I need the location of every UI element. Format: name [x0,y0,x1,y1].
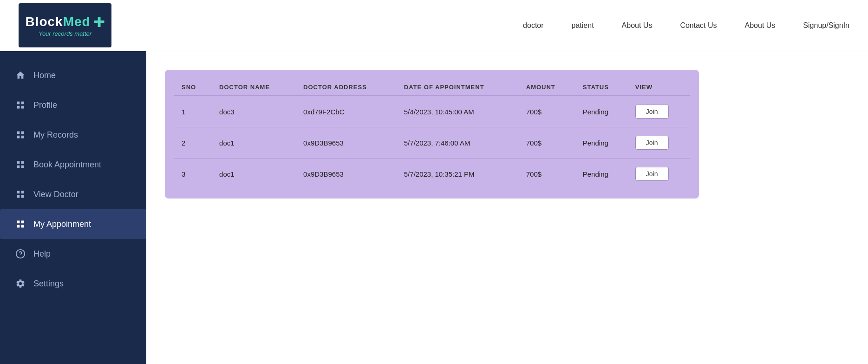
nav-doctor[interactable]: doctor [523,21,543,30]
cell-amount: 700$ [519,127,575,159]
table-row: 2doc10x9D3B96535/7/2023, 7:46:00 AM700$P… [174,127,690,159]
cell-doctor-address: 0xd79F2CbC [296,96,397,127]
sidebar-item-profile[interactable]: Profile [0,90,146,120]
nav-contact-us[interactable]: Contact Us [680,21,717,30]
sidebar-label-home: Home [33,71,56,80]
cell-status: Pending [575,159,628,190]
nav-about-us-2[interactable]: About Us [745,21,776,30]
sidebar: Home Profile My Records Book Appointment [0,51,146,364]
join-button-3[interactable]: Join [635,167,669,181]
logo-subtitle: Your records matter [39,30,91,37]
sidebar-item-my-records[interactable]: My Records [0,120,146,150]
logo-icon: ✚ [93,14,105,30]
join-button-1[interactable]: Join [635,105,669,119]
logo-title: BlockMed [25,14,90,29]
table-row: 1doc30xd79F2CbC5/4/2023, 10:45:00 AM700$… [174,96,690,127]
col-doctor-address: DOCTOR ADDRESS [296,79,397,96]
cell-sno: 2 [174,127,212,159]
appointments-table: SNO DOCTOR NAME DOCTOR ADDRESS DATE OF A… [174,79,690,189]
cell-status: Pending [575,127,628,159]
sidebar-label-view-doctor: View Doctor [33,190,78,199]
cell-amount: 700$ [519,96,575,127]
cell-sno: 1 [174,96,212,127]
cell-doctor-address: 0x9D3B9653 [296,159,397,190]
col-status: STATUS [575,79,628,96]
nav-signup-signin[interactable]: Signup/SignIn [803,21,849,30]
table-header-row: SNO DOCTOR NAME DOCTOR ADDRESS DATE OF A… [174,79,690,96]
help-icon [15,248,26,259]
cell-join: Join [628,96,690,127]
cell-amount: 700$ [519,159,575,190]
sidebar-label-settings: Settings [33,279,64,289]
home-icon [15,70,26,81]
profile-icon [15,99,26,111]
my-appointment-icon [15,218,26,230]
cell-status: Pending [575,96,628,127]
table-row: 3doc10x9D3B96535/7/2023, 10:35:21 PM700$… [174,159,690,190]
sidebar-item-view-doctor[interactable]: View Doctor [0,179,146,209]
my-records-icon [15,129,26,140]
main-layout: Home Profile My Records Book Appointment [0,51,868,364]
sidebar-label-my-appointment: My Appoinment [33,219,91,229]
cell-doctor-name: doc3 [212,96,296,127]
sidebar-item-settings[interactable]: Settings [0,269,146,298]
cell-join: Join [628,159,690,190]
sidebar-label-my-records: My Records [33,130,78,140]
sidebar-item-help[interactable]: Help [0,239,146,269]
nav-patient[interactable]: patient [572,21,594,30]
main-nav: doctor patient About Us Contact Us About… [523,21,849,30]
col-date: DATE OF APPOINTMENT [397,79,519,96]
sidebar-item-book-appointment[interactable]: Book Appointment [0,150,146,179]
sidebar-item-home[interactable]: Home [0,60,146,90]
logo: BlockMed ✚ Your records matter [19,3,111,47]
sidebar-label-profile: Profile [33,100,57,110]
sidebar-item-my-appointment[interactable]: My Appoinment [0,209,146,239]
cell-doctor-name: doc1 [212,159,296,190]
view-doctor-icon [15,189,26,200]
cell-join: Join [628,127,690,159]
book-appointment-icon [15,159,26,170]
col-amount: AMOUNT [519,79,575,96]
settings-icon [15,278,26,289]
cell-date: 5/7/2023, 7:46:00 AM [397,127,519,159]
cell-doctor-name: doc1 [212,127,296,159]
cell-date: 5/7/2023, 10:35:21 PM [397,159,519,190]
cell-date: 5/4/2023, 10:45:00 AM [397,96,519,127]
sidebar-label-help: Help [33,249,51,259]
col-view: VIEW [628,79,690,96]
cell-doctor-address: 0x9D3B9653 [296,127,397,159]
col-doctor-name: DOCTOR NAME [212,79,296,96]
header: BlockMed ✚ Your records matter doctor pa… [0,0,868,51]
sidebar-label-book-appointment: Book Appointment [33,160,101,170]
cell-sno: 3 [174,159,212,190]
main-content: SNO DOCTOR NAME DOCTOR ADDRESS DATE OF A… [146,51,868,364]
appointments-table-container: SNO DOCTOR NAME DOCTOR ADDRESS DATE OF A… [165,70,699,199]
join-button-2[interactable]: Join [635,136,669,150]
col-sno: SNO [174,79,212,96]
nav-about-us-1[interactable]: About Us [622,21,653,30]
